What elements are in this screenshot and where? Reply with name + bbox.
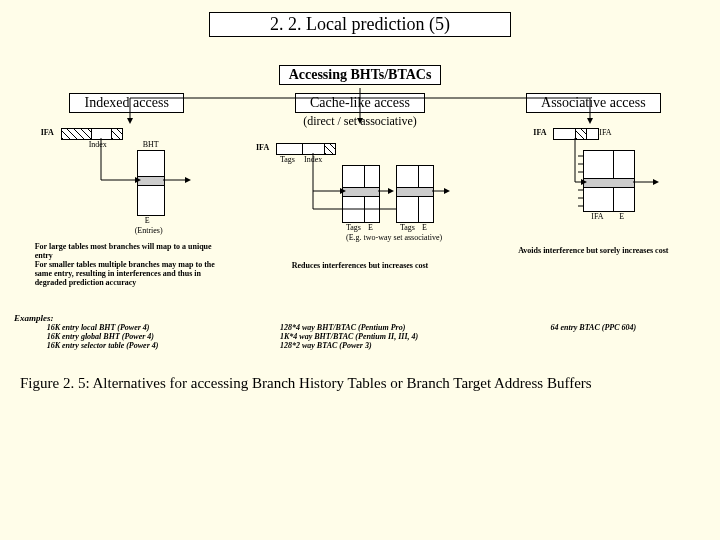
ex-indexed: 16K entry local BHT (Power 4) 16K entry … [17,323,237,357]
cache-heading: Cache-like access [295,93,425,113]
assoc-tradeoff: Avoids interference but sorely increases… [483,242,703,294]
cache-sub: (direct / set associative) [250,114,470,129]
cache-tradeoff: Reduces interferences but increases cost [250,257,470,309]
svg-marker-9 [185,177,191,183]
ex-cache: 128*4 way BHT/BTAC (Pentium Pro) 1K*4 wa… [250,323,470,357]
svg-marker-11 [388,188,394,194]
indexed-heading: Indexed access [69,93,183,113]
cache-caption: (E.g. two-way set associative) [346,233,442,242]
indexed-diagram: IFA Index BHT E (Entries) [17,120,237,240]
col-assoc: Associative access IFA IFA IFA E Avoids … [483,93,703,309]
svg-marker-14 [653,179,659,185]
slide-title: 2. 2. Local prediction (5) [209,12,511,37]
assoc-heading: Associative access [526,93,661,113]
w1-t: Tags [400,223,415,232]
ex-assoc: 64 entry BTAC (PPC 604) [483,323,703,357]
indexed-arrows [17,120,237,240]
svg-marker-8 [135,177,141,183]
w0-e: E [368,223,373,232]
a-e: E [619,212,624,221]
indexed-desc: For large tables most branches will map … [17,242,237,290]
assoc-arrows [483,120,703,240]
subtitle-box: Accessing BHTs/BTACs [279,65,441,85]
w0-t: Tags [346,223,361,232]
svg-marker-10 [340,188,346,194]
examples-label: Examples: [0,313,720,323]
lbl-entries: (Entries) [135,226,163,235]
w1-e: E [422,223,427,232]
a-ifa: IFA [591,212,603,221]
svg-marker-13 [581,179,587,185]
col-cache: Cache-like access (direct / set associat… [250,93,470,309]
lbl-e: E [145,216,150,225]
assoc-diagram: IFA IFA IFA E [483,120,703,240]
examples-row: 16K entry local BHT (Power 4) 16K entry … [0,323,720,357]
columns: Indexed access IFA Index BHT E (Entries)… [0,93,720,309]
cache-diagram: IFA Tags Index Tags E Tags E (E.g. two-w… [250,135,470,255]
figure-caption: Figure 2. 5: Alternatives for accessing … [0,375,720,392]
svg-marker-12 [444,188,450,194]
col-indexed: Indexed access IFA Index BHT E (Entries)… [17,93,237,309]
